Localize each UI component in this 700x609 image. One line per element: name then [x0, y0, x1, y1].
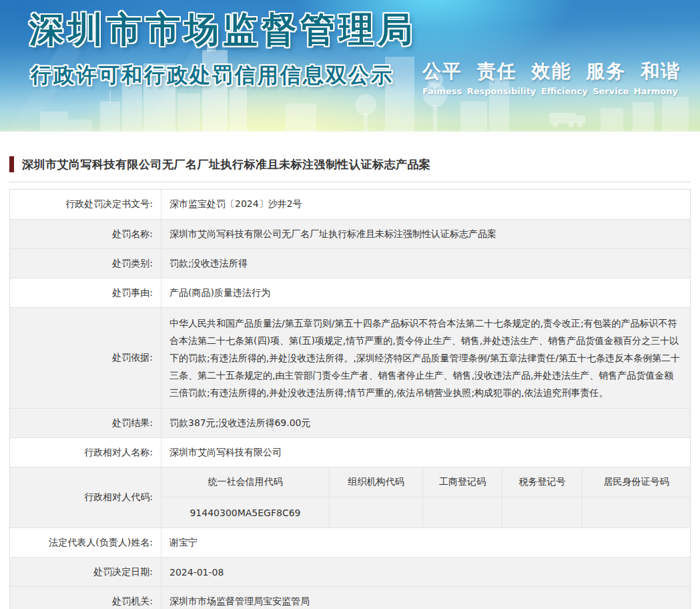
title-accent-bar: [9, 156, 14, 172]
field-value: 谢宝宁: [161, 528, 690, 557]
code-value-cell: [583, 497, 690, 528]
row-penalty-category: 处罚类别: 罚款;没收违法所得: [10, 248, 690, 278]
field-label: 法定代表人(负责人)姓名:: [10, 528, 161, 557]
code-header-cell: 工商登记码: [423, 467, 502, 497]
row-counterpart-codes: 行政相对人代码: 统一社会信用代码 组织机构代码 工商登记码 税务登记号 居民身…: [10, 467, 690, 528]
field-label: 行政处罚决定书文号:: [10, 190, 161, 219]
row-legal-representative: 法定代表人(负责人)姓名: 谢宝宁: [10, 528, 690, 557]
field-value: 深市监宝处罚〔2024〕沙井2号: [161, 190, 690, 219]
values-slogan-en: Faimess Responsibility Efficiency Servic…: [422, 86, 677, 96]
field-value: 产品(商品)质量违法行为: [161, 278, 690, 307]
field-label: 处罚机关:: [10, 587, 161, 609]
code-value-cell: [502, 497, 583, 528]
row-penalty-reason: 处罚事由: 产品(商品)质量违法行为: [10, 278, 690, 307]
field-value: 罚款;没收违法所得: [161, 249, 690, 278]
values-slogan-cn: 公平 责任 效能 服务 和谐: [422, 59, 677, 84]
penalty-info-table: 行政处罚决定书文号: 深市监宝处罚〔2024〕沙井2号 处罚名称: 深圳市艾尚写…: [9, 189, 691, 609]
row-counterpart-name: 行政相对人名称: 深圳市艾尚写科技有限公司: [10, 437, 690, 467]
field-value: 深圳市市场监督管理局宝安监管局: [161, 587, 690, 609]
field-value: 深圳市艾尚写科技有限公司无厂名厂址执行标准且未标注强制性认证标志产品案: [161, 220, 690, 248]
field-value: 深圳市艾尚写科技有限公司: [161, 438, 690, 467]
code-value-cell: [423, 497, 502, 528]
code-header-cell: 统一社会信用代码: [161, 467, 330, 497]
row-penalty-basis: 处罚依据: 中华人民共和国产品质量法/第五章罚则/第五十四条产品标识不符合本法第…: [10, 307, 690, 408]
code-sub-table-header: 统一社会信用代码 组织机构代码 工商登记码 税务登记号 居民身份证号码: [161, 467, 690, 497]
field-label: 行政相对人代码:: [10, 467, 161, 528]
code-header-cell: 组织机构代码: [330, 467, 423, 497]
row-penalty-result: 处罚结果: 罚款387元;没收违法所得69.00元: [10, 408, 690, 437]
banner: 深圳市市场监督管理局 行政许可和行政处罚信用信息双公示 公平 责任 效能 服务 …: [0, 0, 700, 132]
code-header-cell: 税务登记号: [502, 467, 583, 497]
title-divider: [9, 182, 691, 182]
field-label: 处罚事由:: [10, 278, 161, 307]
code-value-cell: [330, 497, 423, 528]
content: 深圳市艾尚写科技有限公司无厂名厂址执行标准且未标注强制性认证标志产品案 行政处罚…: [0, 132, 700, 609]
code-header-cell: 居民身份证号码: [583, 467, 690, 497]
field-value: 中华人民共和国产品质量法/第五章罚则/第五十四条产品标识不符合本法第二十七条规定…: [161, 308, 690, 408]
case-title: 深圳市艾尚写科技有限公司无厂名厂址执行标准且未标注强制性认证标志产品案: [22, 157, 431, 172]
field-label: 行政相对人名称:: [10, 438, 161, 467]
field-label: 处罚名称:: [10, 220, 161, 248]
values-slogan: 公平 责任 效能 服务 和谐 Faimess Responsibility Ef…: [422, 59, 677, 96]
case-title-row: 深圳市艾尚写科技有限公司无厂名厂址执行标准且未标注强制性认证标志产品案: [0, 132, 700, 172]
org-title: 深圳市市场监督管理局: [29, 7, 416, 53]
field-label: 处罚依据:: [10, 308, 161, 408]
row-penalty-name: 处罚名称: 深圳市艾尚写科技有限公司无厂名厂址执行标准且未标注强制性认证标志产品…: [10, 219, 690, 248]
field-label: 处罚结果:: [10, 409, 161, 437]
code-value-cell: 91440300MA5EGF8C69: [161, 497, 330, 528]
row-penalty-doc-number: 行政处罚决定书文号: 深市监宝处罚〔2024〕沙井2号: [10, 190, 690, 219]
code-sub-table: 统一社会信用代码 组织机构代码 工商登记码 税务登记号 居民身份证号码 9144…: [161, 467, 690, 528]
field-value: 罚款387元;没收违法所得69.00元: [161, 409, 690, 437]
field-label: 处罚决定日期:: [10, 558, 161, 586]
row-decision-date: 处罚决定日期: 2024-01-08: [10, 557, 690, 586]
field-label: 处罚类别:: [10, 249, 161, 278]
row-penalty-authority: 处罚机关: 深圳市市场监督管理局宝安监管局: [10, 586, 690, 609]
code-sub-table-values: 91440300MA5EGF8C69: [161, 497, 690, 528]
field-value: 2024-01-08: [161, 558, 690, 586]
banner-subtitle: 行政许可和行政处罚信用信息双公示: [31, 61, 394, 89]
